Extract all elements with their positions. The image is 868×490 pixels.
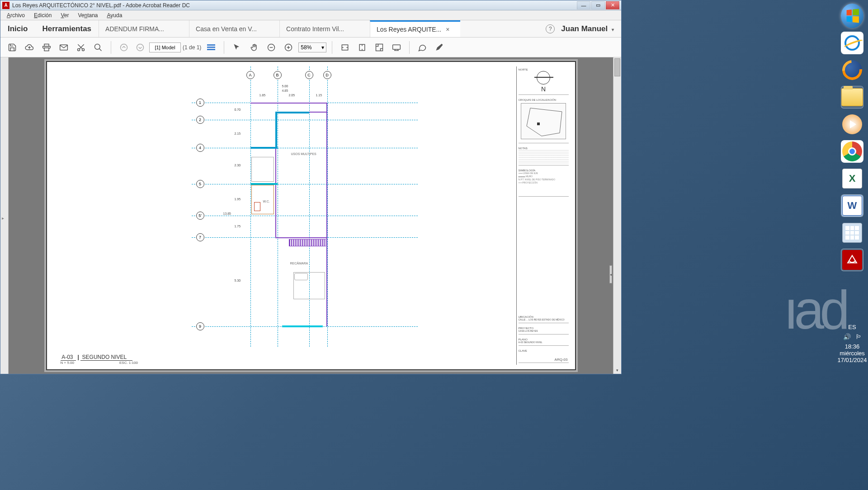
acrobat-taskbar-icon[interactable] xyxy=(841,249,863,271)
calculator-icon[interactable] xyxy=(841,221,863,244)
user-menu[interactable]: Juan Manuel ▾ xyxy=(561,24,614,33)
tab-close-button[interactable]: × xyxy=(446,26,449,33)
pdf-page: A B C D 1 2 4 xyxy=(46,61,576,370)
titlebar: A Los Reyes ARQUITECTÓNICO 2° NIVEL.pdf … xyxy=(0,0,621,10)
window-title: Los Reyes ARQUITECTÓNICO 2° NIVEL.pdf - … xyxy=(12,2,577,9)
svg-rect-19 xyxy=(393,45,401,49)
axis-7: 7 xyxy=(196,233,204,241)
menu-ventana[interactable]: Ventana xyxy=(73,11,102,19)
chevron-down-icon: ▾ xyxy=(321,44,324,51)
scroll-down-icon[interactable]: ▾ xyxy=(613,367,621,374)
separator xyxy=(409,41,410,54)
toolbar: (1 de 1) 58% ▾ xyxy=(0,38,621,57)
right-panel-toggle[interactable]: ◂ xyxy=(609,265,612,283)
tab-contrato[interactable]: Contrato Interm Vil... xyxy=(279,20,370,37)
svg-rect-18 xyxy=(376,44,383,51)
thumbnails-view-icon[interactable] xyxy=(204,40,218,55)
ie-icon[interactable] xyxy=(841,32,863,54)
axis-5p: 5' xyxy=(196,212,204,220)
read-mode-icon[interactable] xyxy=(389,40,404,55)
zoom-select[interactable]: 58% ▾ xyxy=(298,42,326,52)
window-close-button[interactable]: ✕ xyxy=(606,1,619,9)
zoom-in-icon[interactable] xyxy=(281,40,296,55)
axis-a: A xyxy=(246,71,255,79)
north-arrow-icon xyxy=(537,71,550,85)
svg-point-7 xyxy=(95,44,100,49)
acrobat-window: A Los Reyes ARQUITECTÓNICO 2° NIVEL.pdf … xyxy=(0,0,622,374)
menu-ayuda[interactable]: Ayuda xyxy=(102,11,127,19)
separator xyxy=(111,41,111,54)
acrobat-icon: A xyxy=(2,2,9,9)
nav-herramientas[interactable]: Herramientas xyxy=(35,20,99,37)
page-down-icon[interactable] xyxy=(133,40,147,55)
fit-height-icon[interactable] xyxy=(355,40,369,55)
axis-9: 9 xyxy=(196,322,204,330)
menu-archivo[interactable]: Archivo xyxy=(2,11,29,19)
excel-icon[interactable]: X xyxy=(841,167,863,190)
menu-edicion[interactable]: Edición xyxy=(29,11,56,19)
page-input[interactable] xyxy=(149,42,181,52)
page-count: (1 de 1) xyxy=(183,44,201,51)
window-maximize-button[interactable]: ▭ xyxy=(591,1,605,9)
label-usos: USOS MULTIPES xyxy=(291,152,316,155)
clock-date: 17/01/2024 xyxy=(836,357,868,363)
scroll-thumb[interactable] xyxy=(614,58,620,76)
svg-rect-24 xyxy=(537,122,540,125)
tab-adendum[interactable]: ADENDUM FIRMA... xyxy=(99,20,189,37)
chrome-icon[interactable] xyxy=(841,140,863,163)
zoom-out-icon[interactable] xyxy=(264,40,278,55)
comment-icon[interactable] xyxy=(415,40,429,55)
cloud-upload-icon[interactable] xyxy=(22,40,37,55)
explorer-folder-icon[interactable] xyxy=(841,86,863,108)
document-canvas[interactable]: A B C D 1 2 4 xyxy=(9,57,613,374)
svg-marker-23 xyxy=(527,108,562,136)
fit-width-icon[interactable] xyxy=(338,40,352,55)
tab-casa[interactable]: Casa en Venta en V... xyxy=(189,20,279,37)
axis-c: C xyxy=(305,71,313,79)
print-icon[interactable] xyxy=(39,40,54,55)
clock-time[interactable]: 18:36 xyxy=(836,343,868,350)
document-area: A B C D 1 2 4 xyxy=(0,57,621,374)
axis-5: 5 xyxy=(196,180,204,188)
firefox-icon[interactable] xyxy=(841,59,863,81)
clock-day: miércoles xyxy=(836,350,868,357)
search-icon[interactable] xyxy=(91,40,105,55)
axis-4: 4 xyxy=(196,144,204,152)
label-recamara: RECÁMARA xyxy=(290,262,308,265)
save-icon[interactable] xyxy=(5,40,19,55)
svg-rect-1 xyxy=(44,47,49,51)
tabbar: Inicio Herramientas ADENDUM FIRMA... Cas… xyxy=(0,20,621,38)
email-icon[interactable] xyxy=(57,40,71,55)
menubar: Archivo Edición Ver Ventana Ayuda xyxy=(0,10,621,20)
svg-point-9 xyxy=(121,44,127,51)
taskbar-dock: X W xyxy=(836,0,868,271)
hand-icon[interactable] xyxy=(247,40,261,55)
nav-inicio[interactable]: Inicio xyxy=(0,20,35,37)
fit-page-icon[interactable] xyxy=(372,40,387,55)
svg-point-10 xyxy=(137,44,144,51)
vertical-scrollbar[interactable]: ▴ ▾ xyxy=(613,57,621,374)
separator xyxy=(224,41,224,54)
label-wc: W.C. xyxy=(263,200,270,203)
cut-icon[interactable] xyxy=(74,40,88,55)
media-player-icon[interactable] xyxy=(841,113,863,136)
drawing-title: A-03 | SEGUNDO NIVEL N + 5.00 ESC. 1:100 xyxy=(61,354,138,365)
axis-1: 1 xyxy=(196,99,204,107)
axis-2: 2 xyxy=(196,116,204,124)
left-panel-toggle[interactable] xyxy=(0,57,9,374)
axis-b: B xyxy=(274,71,282,79)
axis-d: D xyxy=(323,71,331,79)
menu-ver[interactable]: Ver xyxy=(56,11,73,19)
selection-icon[interactable] xyxy=(230,40,244,55)
sign-icon[interactable] xyxy=(432,40,447,55)
word-icon[interactable]: W xyxy=(841,194,863,217)
help-icon[interactable]: ? xyxy=(546,24,555,33)
start-button[interactable] xyxy=(841,5,863,27)
tab-losreyes[interactable]: Los Reyes ARQUITE... × xyxy=(370,20,460,37)
window-minimize-button[interactable]: — xyxy=(577,1,590,9)
floor-plan: A B C D 1 2 4 xyxy=(192,66,418,347)
separator xyxy=(332,41,332,54)
page-up-icon[interactable] xyxy=(117,40,131,55)
action-center-icon[interactable]: 🏳 xyxy=(855,333,862,340)
chevron-down-icon: ▾ xyxy=(612,27,614,32)
